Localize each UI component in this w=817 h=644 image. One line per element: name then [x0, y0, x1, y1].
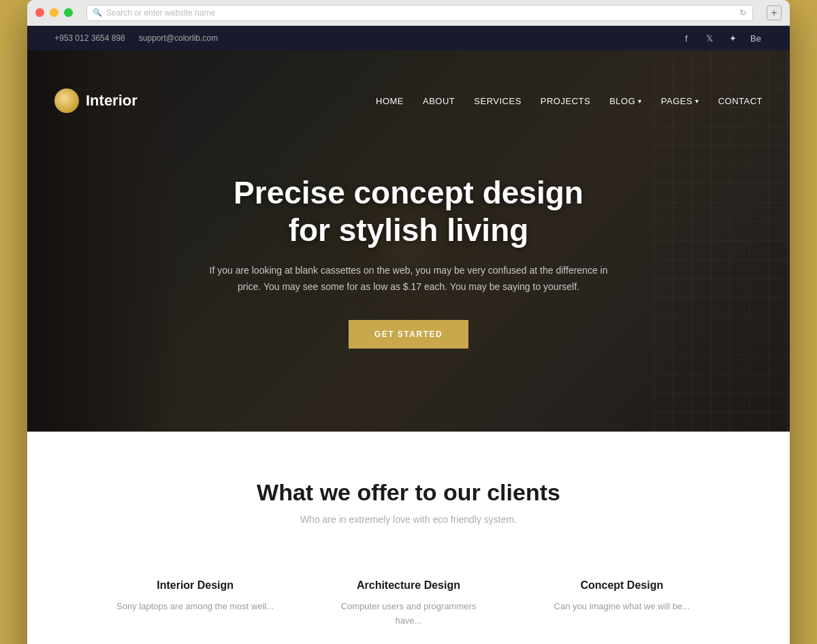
- nav-link-pages[interactable]: PAGES: [661, 96, 699, 106]
- nav-link-contact[interactable]: CONTACT: [718, 96, 763, 106]
- logo-icon: [54, 88, 79, 113]
- services-section: What we offer to our clients Who are in …: [27, 432, 790, 644]
- minimize-button[interactable]: [50, 8, 59, 17]
- logo[interactable]: Interior: [54, 88, 138, 113]
- topbar-contact-info: +953 012 3654 898 support@colorlib.com: [54, 33, 218, 43]
- website-content: +953 012 3654 898 support@colorlib.com f…: [27, 26, 790, 644]
- browser-titlebar: 🔍 Search or enter website name ↻ +: [27, 0, 790, 26]
- search-icon: 🔍: [93, 8, 102, 17]
- address-placeholder: Search or enter website name: [106, 8, 215, 18]
- nav-link-about[interactable]: ABOUT: [423, 96, 455, 106]
- nav-item-about[interactable]: ABOUT: [423, 95, 455, 107]
- service-card-architecture: Architecture Design Computer users and p…: [315, 566, 501, 642]
- nav-link-services[interactable]: SERVICES: [474, 96, 522, 106]
- maximize-button[interactable]: [64, 8, 73, 17]
- top-bar: +953 012 3654 898 support@colorlib.com f…: [27, 26, 790, 50]
- close-button[interactable]: [35, 8, 44, 17]
- service-name-architecture: Architecture Design: [329, 579, 487, 592]
- nav-item-projects[interactable]: PROJECTS: [541, 95, 590, 107]
- hero-subtitle: If you are looking at blank cassettes on…: [204, 263, 613, 295]
- nav-item-pages[interactable]: PAGES: [661, 96, 699, 106]
- service-desc-interior: Sony laptops are among the most well...: [116, 600, 274, 614]
- services-subtitle: Who are in extremely love with eco frien…: [54, 514, 763, 525]
- service-name-interior: Interior Design: [116, 579, 274, 592]
- email-address: support@colorlib.com: [139, 33, 218, 43]
- nav-link-projects[interactable]: PROJECTS: [541, 96, 590, 106]
- service-desc-concept: Can you imagine what we will be...: [543, 600, 701, 614]
- browser-window: 🔍 Search or enter website name ↻ + +953 …: [27, 0, 790, 644]
- nav-item-services[interactable]: SERVICES: [474, 95, 522, 107]
- nav-item-blog[interactable]: BLOG: [609, 96, 642, 106]
- address-bar[interactable]: 🔍 Search or enter website name ↻: [86, 5, 753, 21]
- service-desc-architecture: Computer users and programmers have...: [329, 600, 487, 628]
- hero-section: Interior HOME ABOUT SERVICES PROJECTS BL…: [27, 50, 790, 432]
- get-started-button[interactable]: GET STARTED: [349, 320, 468, 349]
- logo-text: Interior: [86, 92, 138, 110]
- behance-icon[interactable]: Be: [749, 31, 763, 45]
- nav-links-list: HOME ABOUT SERVICES PROJECTS BLOG PAGES …: [376, 95, 763, 107]
- reload-icon[interactable]: ↻: [739, 7, 747, 18]
- nav-link-home[interactable]: HOME: [376, 96, 404, 106]
- main-navigation: Interior HOME ABOUT SERVICES PROJECTS BL…: [27, 76, 790, 125]
- nav-link-blog[interactable]: BLOG: [609, 96, 642, 106]
- new-tab-button[interactable]: +: [767, 5, 782, 20]
- hero-title: Precise concept design for stylish livin…: [234, 174, 583, 249]
- facebook-icon[interactable]: f: [679, 31, 693, 45]
- nav-item-contact[interactable]: CONTACT: [718, 95, 763, 107]
- service-card-interior: Interior Design Sony laptops are among t…: [102, 566, 288, 642]
- service-name-concept: Concept Design: [543, 579, 701, 592]
- phone-number: +953 012 3654 898: [54, 33, 125, 43]
- nav-item-home[interactable]: HOME: [376, 95, 404, 107]
- twitter-icon[interactable]: 𝕏: [703, 31, 716, 45]
- services-title: What we offer to our clients: [54, 479, 763, 506]
- services-grid: Interior Design Sony laptops are among t…: [102, 566, 715, 642]
- service-card-concept: Concept Design Can you imagine what we w…: [529, 566, 715, 642]
- topbar-social-links: f 𝕏 ✦ Be: [679, 31, 763, 45]
- dribbble-icon[interactable]: ✦: [726, 31, 739, 45]
